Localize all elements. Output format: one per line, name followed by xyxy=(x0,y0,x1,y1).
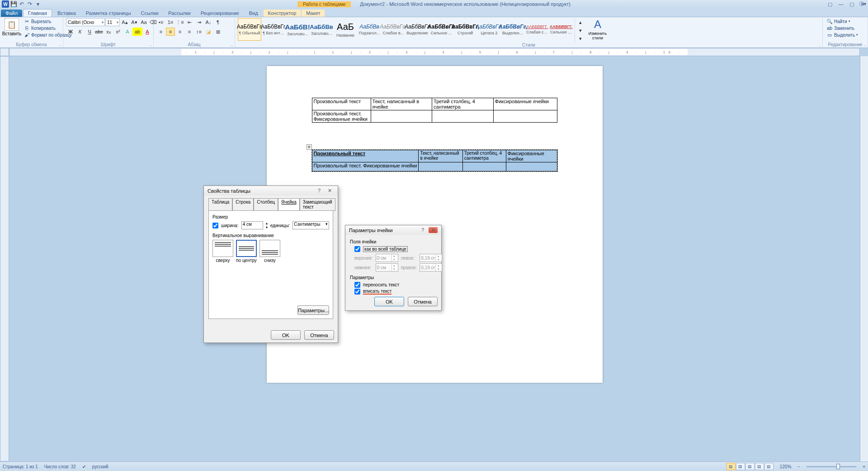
font-family-combo[interactable]: Calibri (Осно xyxy=(66,18,105,26)
width-checkbox[interactable] xyxy=(212,223,218,228)
cancel-button[interactable]: Отмена xyxy=(304,330,334,340)
outline-view-icon[interactable]: ▤ xyxy=(755,463,764,470)
table-cell[interactable]: Третий столбец, 4 сантиметра xyxy=(462,150,506,162)
tab-home[interactable]: Главная xyxy=(23,9,52,17)
styles-gallery[interactable]: АаБбВвГг,¶ ОбычныйАаБбВвГг,¶ Без инте...… xyxy=(238,18,573,41)
styles-scroll-down-icon[interactable]: ▾ xyxy=(576,26,585,34)
same-as-table-checkbox[interactable] xyxy=(354,246,360,252)
tab-insert[interactable]: Вставка xyxy=(53,10,80,17)
align-left-icon[interactable]: ≡ xyxy=(156,28,165,36)
multilevel-icon[interactable]: ⋮≡ xyxy=(175,18,184,26)
ruler-horizontal[interactable]: · 1 · | · 2 · | · 1 · | · · | · 1 · | · … xyxy=(9,48,860,56)
table-cell[interactable]: Произвольный текст xyxy=(312,98,371,110)
style-thumb[interactable]: ААББВВГГ,Слабая сс... xyxy=(525,18,549,41)
help-icon[interactable]: ? xyxy=(418,227,427,233)
style-thumb[interactable]: АаБНазвание xyxy=(334,18,357,41)
maximize-icon[interactable]: ▢ xyxy=(846,0,857,8)
zoom-out-icon[interactable]: − xyxy=(797,464,800,469)
tab-view[interactable]: Вид xyxy=(245,10,263,17)
style-thumb[interactable]: АаБбВвГгСильное ... xyxy=(429,18,453,41)
dialog-titlebar[interactable]: Свойства таблицы ? ✕ xyxy=(204,186,338,195)
styles-expand-icon[interactable]: ▾ xyxy=(576,34,585,43)
borders-icon[interactable]: ⊞ xyxy=(213,28,222,36)
style-thumb[interactable]: АаБбВвПодзагол... xyxy=(358,18,381,41)
draft-view-icon[interactable]: ▤ xyxy=(764,463,774,470)
table-cell[interactable]: Третий столбец, 4 сантиметра xyxy=(432,98,494,110)
dlg-tab-column[interactable]: Столбец xyxy=(254,198,278,211)
text-effects-icon[interactable]: A xyxy=(123,28,132,36)
show-marks-icon[interactable]: ¶ xyxy=(213,18,222,26)
numbering-icon[interactable]: 1≡ xyxy=(166,18,175,26)
fullscreen-view-icon[interactable]: ▤ xyxy=(736,463,745,470)
language-status[interactable]: русский xyxy=(92,464,108,469)
align-center-icon[interactable]: ≡ xyxy=(166,28,175,36)
wrap-text-checkbox[interactable] xyxy=(354,282,360,288)
close-icon[interactable]: ✕ xyxy=(325,188,334,194)
dialog-titlebar[interactable]: Параметры ячейки ? ✕ xyxy=(345,225,441,235)
spell-check-icon[interactable]: ✔ xyxy=(82,464,86,469)
style-thumb[interactable]: АаБбВ!Заголово... xyxy=(286,18,309,41)
style-thumb[interactable]: АаБбВвЗаголово... xyxy=(310,18,333,41)
underline-icon[interactable]: Ч xyxy=(85,28,94,36)
print-layout-view-icon[interactable]: ▤ xyxy=(726,463,736,470)
table-cell[interactable]: Текст, написанный в ячейке xyxy=(371,98,432,110)
valign-center-button[interactable] xyxy=(236,240,257,257)
ruler-vertical[interactable] xyxy=(0,56,9,461)
font-size-combo[interactable]: 11 xyxy=(105,18,120,26)
select-button[interactable]: ▭Выделить▾ xyxy=(826,32,859,38)
find-button[interactable]: 🔍Найти▾ xyxy=(826,18,859,24)
web-layout-view-icon[interactable]: ▤ xyxy=(745,463,755,470)
dlg-tab-alt[interactable]: Замещающий текст xyxy=(300,198,335,211)
zoom-in-icon[interactable]: + xyxy=(863,464,865,469)
tab-mailings[interactable]: Рассылки xyxy=(164,10,195,17)
style-thumb[interactable]: АаБбВвГг,Строгий xyxy=(453,18,477,41)
minimize-icon[interactable]: — xyxy=(835,0,846,8)
subscript-icon[interactable]: x₂ xyxy=(104,28,113,36)
tab-references[interactable]: Ссылки xyxy=(137,10,163,17)
indent-left-icon[interactable]: ⇤ xyxy=(185,18,194,26)
dlg-tab-table[interactable]: Таблица xyxy=(208,198,232,211)
dlg-tab-row[interactable]: Строка xyxy=(232,198,254,211)
style-thumb[interactable]: ААББВВГГ,Сильная с... xyxy=(549,18,573,41)
table-cell[interactable] xyxy=(493,110,557,123)
help-icon[interactable]: ? xyxy=(315,188,324,193)
qat-menu-icon[interactable]: ▾ xyxy=(34,0,42,8)
tab-file[interactable]: Файл xyxy=(1,10,22,17)
ok-button[interactable]: OK xyxy=(374,297,404,306)
table-cell[interactable]: Текст, написанный в ячейке xyxy=(419,150,462,162)
table-cell[interactable]: Произвольный текст. Фиксированные ячейки xyxy=(312,110,371,123)
superscript-icon[interactable]: x² xyxy=(113,28,123,36)
document-table-1[interactable]: Произвольный текст Текст, написанный в я… xyxy=(312,98,557,123)
strike-icon[interactable]: abc xyxy=(94,28,104,36)
styles-scroll-up-icon[interactable]: ▴ xyxy=(576,18,585,26)
line-spacing-icon[interactable]: ↕≡ xyxy=(194,28,203,36)
table-cell[interactable] xyxy=(371,110,432,123)
table-cell[interactable] xyxy=(432,110,494,123)
table-cell[interactable] xyxy=(462,162,506,171)
style-thumb[interactable]: АаБбВвГг,¶ Обычный xyxy=(238,18,261,41)
undo-icon[interactable]: ↶ xyxy=(18,0,25,8)
word-count[interactable]: Число слов: 32 xyxy=(44,464,76,469)
ok-button[interactable]: OK xyxy=(271,330,301,340)
tab-page-layout[interactable]: Разметка страницы xyxy=(81,10,136,17)
change-styles-button[interactable]: A Изменить стили xyxy=(587,18,609,40)
table-cell[interactable]: Фиксированные ячейки xyxy=(506,150,557,162)
cancel-button[interactable]: Отмена xyxy=(408,297,438,306)
bold-icon[interactable]: Ж xyxy=(66,28,75,36)
grow-font-icon[interactable]: A▴ xyxy=(120,18,129,26)
redo-icon[interactable]: ↷ xyxy=(26,0,33,8)
fit-text-checkbox[interactable] xyxy=(354,289,360,295)
page-status[interactable]: Страница: 1 из 1 xyxy=(3,464,38,469)
document-table-2[interactable]: Произвольный текст Текст, написанный в я… xyxy=(312,150,557,171)
highlight-icon[interactable]: ab xyxy=(132,28,142,36)
style-thumb[interactable]: АаБбВвГг,Выделенн... xyxy=(501,18,525,41)
table-cell[interactable]: Произвольный текст. Фиксированные ячейки xyxy=(312,162,419,171)
zoom-level[interactable]: 120% xyxy=(780,464,792,469)
ruler-corner[interactable] xyxy=(0,48,9,56)
cell-options-button[interactable]: Параметры... xyxy=(297,305,329,315)
units-select[interactable]: Сантиметры xyxy=(292,221,329,229)
style-thumb[interactable]: АаБбВвГг,¶ Без инте... xyxy=(262,18,285,41)
tab-design[interactable]: Конструктор xyxy=(264,10,301,17)
ribbon-minimize-icon[interactable]: ▢ xyxy=(825,0,835,8)
shrink-font-icon[interactable]: A▾ xyxy=(130,18,139,26)
